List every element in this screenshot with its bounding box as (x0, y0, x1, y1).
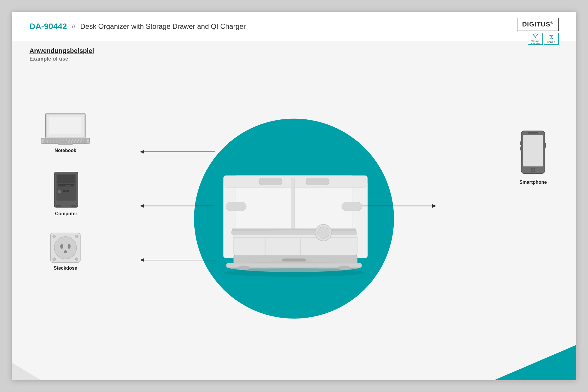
svg-point-0 (535, 37, 536, 38)
svg-point-86 (75, 258, 78, 261)
svg-rect-77 (71, 205, 76, 207)
usb-icon (548, 34, 554, 41)
svg-rect-76 (56, 205, 61, 207)
svg-rect-7 (259, 178, 282, 185)
svg-rect-16 (234, 237, 357, 238)
svg-point-79 (54, 237, 77, 259)
notebook-illustration (41, 112, 90, 146)
svg-marker-29 (140, 150, 144, 154)
smartphone-illustration (520, 129, 546, 175)
svg-rect-50 (73, 139, 75, 141)
svg-rect-57 (54, 141, 56, 143)
wireless-charging-label: WirelessCharging (531, 40, 539, 45)
section-title-de: Anwendungsbeispiel (29, 47, 94, 55)
section-header: Anwendungsbeispiel Example of use (29, 47, 94, 62)
svg-rect-54 (44, 141, 47, 143)
svg-rect-8 (306, 178, 329, 185)
desk-organizer-container (191, 146, 397, 293)
svg-rect-94 (520, 146, 522, 151)
svg-rect-62 (75, 141, 77, 143)
computer-illustration (53, 171, 79, 209)
svg-rect-45 (58, 139, 61, 141)
notebook-item: Notebook (41, 112, 90, 153)
svg-rect-6 (223, 176, 368, 187)
usb-icon-box: USB 2.0 (544, 33, 559, 45)
svg-rect-75 (66, 190, 69, 192)
digitus-logo: DIGITUS® (517, 18, 559, 31)
header-separator: // (72, 22, 76, 31)
svg-rect-47 (64, 139, 66, 141)
svg-rect-42 (49, 139, 52, 141)
svg-rect-52 (79, 139, 81, 141)
svg-rect-41 (46, 139, 49, 141)
main-card: DA-90442 // Desk Organizer with Storage … (12, 12, 576, 380)
smartphone-label: Smartphone (519, 180, 547, 185)
wifi-icon (532, 33, 539, 39)
wireless-charging-icon-box: WirelessCharging (528, 33, 543, 45)
smartphone-item: Smartphone (519, 129, 547, 185)
svg-rect-40 (44, 139, 46, 141)
svg-rect-65 (58, 143, 73, 145)
svg-rect-46 (61, 139, 64, 141)
svg-point-92 (532, 169, 534, 171)
svg-point-83 (53, 235, 56, 238)
svg-rect-53 (82, 139, 87, 141)
socket-label: Steckdose (54, 266, 77, 271)
svg-rect-49 (70, 139, 72, 141)
usb-label: USB 2.0 (547, 41, 555, 44)
svg-rect-14 (231, 231, 357, 234)
header: DA-90442 // Desk Organizer with Storage … (12, 12, 576, 41)
svg-point-73 (59, 191, 60, 193)
product-title: Desk Organizer with Storage Drawer and Q… (80, 22, 246, 31)
svg-rect-18 (300, 237, 301, 255)
svg-marker-33 (140, 258, 144, 262)
desk-organizer-svg (206, 158, 382, 281)
svg-point-1 (552, 35, 553, 36)
svg-point-80 (60, 244, 63, 249)
svg-point-85 (53, 258, 56, 261)
svg-rect-64 (81, 141, 87, 143)
svg-point-84 (75, 235, 78, 238)
svg-rect-63 (78, 141, 80, 143)
product-id: DA-90442 (29, 22, 67, 31)
svg-rect-74 (63, 190, 66, 192)
svg-rect-56 (51, 141, 53, 143)
computer-label: Computer (55, 211, 77, 216)
svg-rect-93 (520, 141, 522, 145)
svg-rect-90 (528, 132, 538, 134)
socket-illustration (50, 232, 81, 263)
svg-point-27 (223, 268, 365, 277)
computer-item: Computer (53, 171, 79, 216)
svg-marker-35 (432, 204, 436, 208)
svg-rect-48 (67, 139, 69, 141)
svg-point-24 (318, 227, 329, 238)
svg-rect-20 (282, 258, 306, 261)
svg-rect-38 (49, 117, 81, 134)
svg-rect-39 (41, 138, 90, 144)
svg-point-82 (64, 250, 67, 253)
svg-rect-95 (544, 143, 546, 148)
svg-marker-31 (140, 204, 144, 208)
svg-rect-60 (69, 141, 71, 143)
svg-rect-69 (57, 179, 75, 183)
feature-icons: WirelessCharging USB 2.0 (528, 33, 559, 45)
svg-rect-89 (523, 135, 543, 166)
svg-rect-71 (65, 185, 71, 186)
svg-rect-58 (56, 141, 59, 143)
svg-point-81 (68, 244, 71, 249)
svg-rect-51 (76, 139, 78, 141)
svg-rect-44 (55, 139, 58, 141)
content-area: Notebook (12, 65, 576, 380)
svg-rect-11 (291, 179, 295, 231)
svg-rect-61 (72, 141, 74, 143)
svg-rect-17 (265, 237, 265, 255)
svg-rect-10 (342, 202, 362, 211)
notebook-label: Notebook (55, 148, 76, 153)
svg-rect-9 (226, 202, 246, 211)
socket-item: Steckdose (50, 232, 81, 271)
svg-rect-55 (48, 141, 50, 143)
svg-rect-43 (52, 139, 55, 141)
section-title-en: Example of use (29, 56, 94, 62)
svg-rect-68 (57, 175, 75, 179)
svg-rect-59 (59, 141, 68, 143)
